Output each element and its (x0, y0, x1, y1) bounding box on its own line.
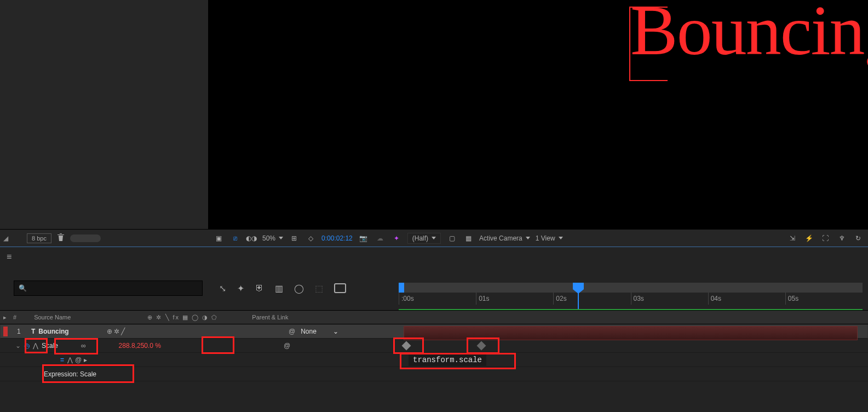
col-switches: ⊕ ✲ ╲ fx ▦ ◯ ◑ ⬠ (144, 314, 221, 321)
expression-field[interactable]: transform.scale (409, 354, 486, 366)
refresh-icon[interactable]: ↻ (853, 233, 864, 244)
time-mark: 02s (553, 293, 630, 305)
col-number: # (10, 314, 20, 321)
col-parent-link[interactable]: Parent & Link (249, 314, 291, 321)
property-name-scale[interactable]: Scale (42, 342, 58, 350)
property-pickwhip-icon[interactable]: @ (284, 342, 290, 350)
show-snapshot-icon[interactable]: ☁ (375, 233, 386, 244)
expression-icons-row: = ⋀ @ ▸ transform.scale (0, 353, 868, 367)
twirl-down-icon[interactable]: ⌄ (15, 342, 21, 350)
project-panel[interactable] (0, 0, 209, 229)
motion-blur-icon[interactable]: ◯ (294, 283, 304, 294)
vr-icon[interactable]: ◐◑ (246, 233, 257, 244)
draft-3d-icon[interactable]: ✦ (237, 283, 244, 294)
toggle-alpha-icon[interactable]: ▣ (213, 233, 224, 244)
layer-switches[interactable]: ⊕ ✲ ╱ (107, 328, 251, 335)
snapshot-icon[interactable]: 📷 (358, 233, 369, 244)
scale-y-value[interactable]: 250.0 (137, 342, 153, 350)
views-dropdown[interactable]: 1 View (536, 234, 563, 242)
scale-unit: % (155, 342, 161, 350)
work-area-start[interactable] (399, 283, 404, 293)
mask-icon[interactable]: ◇ (305, 233, 316, 244)
color-mgmt-icon[interactable]: ✦ (391, 233, 402, 244)
time-mark: 04s (708, 293, 785, 305)
zoom-dropdown[interactable]: 50% (262, 234, 283, 242)
layer-row-1[interactable]: 1 T Bouncing ⊕ ✲ ╱ @ None⌄ (0, 324, 868, 339)
composition-viewer[interactable]: Bouncing (209, 0, 868, 229)
layer-index: 1 (17, 328, 28, 335)
timeline-icon[interactable]: ⛶ (820, 233, 831, 244)
search-icon: 🔍 (19, 284, 27, 292)
viewer-controls: ▣ ⎚ ◐◑ 50% ⊞ ◇ 0:00:02:12 📷 ☁ ✦ (Half) ▢… (209, 229, 868, 247)
col-arrow[interactable]: ▸ (0, 314, 10, 321)
current-time-display[interactable]: 0:00:02:12 (321, 234, 353, 242)
transparency-grid-icon[interactable]: ▦ (463, 233, 474, 244)
panel-menu-row: ≡ (0, 247, 868, 266)
panel-menu-icon[interactable]: ≡ (7, 252, 12, 262)
expression-enable-icon[interactable]: = (60, 356, 64, 364)
pickwhip-icon[interactable]: @ (289, 328, 295, 335)
graph-editor-icon[interactable]: ⬚ (315, 283, 323, 294)
expression-graph-icon[interactable]: ⋀ (67, 356, 73, 364)
property-row-expression-label: Expression: Scale (0, 367, 868, 381)
comp-mini-flowchart-icon[interactable]: ⤡ (219, 283, 226, 294)
monitor-icon[interactable]: ⎚ (229, 233, 240, 244)
timeline-search-input[interactable]: 🔍 (14, 281, 203, 296)
camera-dropdown[interactable]: Active Camera (479, 234, 530, 242)
time-mark: 05s (785, 293, 863, 305)
graph-icon[interactable]: ⋀ (33, 342, 38, 350)
scale-x-value[interactable]: 288.8 (119, 342, 135, 350)
timeline-layers: 1 T Bouncing ⊕ ✲ ╱ @ None⌄ ⌄ ◷ ⋀ Scale ∞… (0, 324, 868, 412)
bit-depth-button[interactable]: 8 bpc (27, 233, 51, 243)
property-row-scale[interactable]: ⌄ ◷ ⋀ Scale ∞ 288.8,250.0 % @ (0, 339, 868, 353)
expression-pickwhip-icon[interactable]: @ (75, 356, 82, 364)
shy-icon[interactable]: ⛨ (255, 283, 264, 293)
pixel-aspect-icon[interactable]: ⇲ (787, 233, 798, 244)
time-mark: :00s (399, 293, 476, 305)
constrain-proportions-icon[interactable]: ∞ (81, 342, 86, 350)
keyframe-1[interactable] (402, 341, 411, 351)
selection-handle-left[interactable] (629, 7, 668, 81)
interpret-footage-icon[interactable]: ◢ (3, 234, 8, 242)
footer-pill (70, 234, 101, 242)
expression-language-menu-icon[interactable]: ▸ (84, 356, 87, 364)
brainstorm-icon[interactable] (334, 283, 346, 293)
timeline-column-header: ▸ # Source Name ⊕ ✲ ╲ fx ▦ ◯ ◑ ⬠ Parent … (0, 310, 868, 324)
time-mark: 03s (631, 293, 708, 305)
resolution-dropdown[interactable]: (Half) (407, 233, 441, 244)
trash-icon[interactable] (57, 233, 65, 243)
fast-preview-icon[interactable]: ⚡ (803, 233, 814, 244)
region-icon[interactable]: ▢ (446, 233, 457, 244)
time-mark: 01s (476, 293, 553, 305)
frame-blend-icon[interactable]: ▥ (275, 283, 283, 294)
timeline-ruler[interactable]: :00s 01s 02s 03s 04s 05s (393, 283, 868, 310)
col-source-name[interactable]: Source Name (31, 314, 74, 321)
layer-color-label[interactable] (3, 327, 8, 336)
stopwatch-icon[interactable]: ◷ (24, 342, 30, 350)
keyframe-2[interactable] (477, 341, 486, 351)
parent-dropdown[interactable]: None⌄ (301, 328, 338, 335)
text-layer-icon: T (31, 328, 35, 335)
flowchart-icon[interactable]: ♆ (836, 233, 847, 244)
expression-label: Expression: Scale (44, 370, 96, 378)
safe-zones-icon[interactable]: ⊞ (289, 233, 300, 244)
layer-name[interactable]: Bouncing (38, 328, 68, 335)
